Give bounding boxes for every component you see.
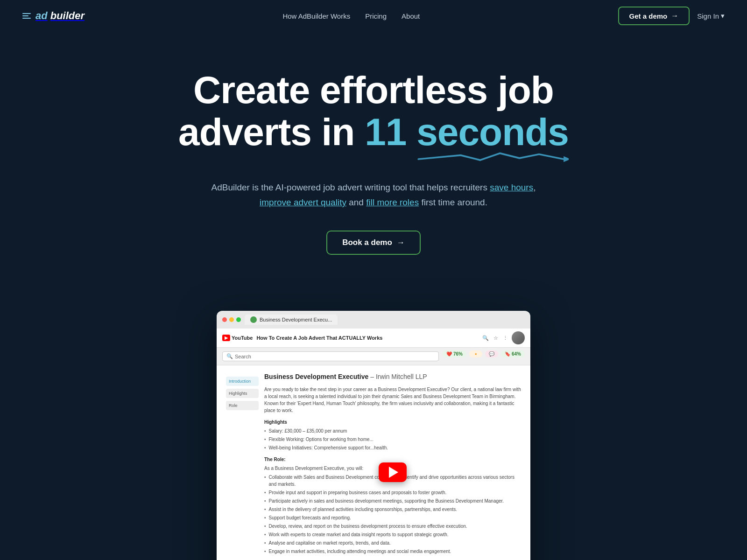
yt-header: ▶ YouTube How To Create A Job Advert Tha… — [217, 329, 530, 348]
youtube-logo-icon: ▶ — [222, 335, 230, 341]
book-demo-button[interactable]: Book a demo → — [326, 231, 421, 255]
search-placeholder-text: Search — [235, 354, 251, 359]
logo-text-ad: ad — [35, 10, 48, 22]
doc-title: Business Development Executive – Irwin M… — [264, 373, 521, 380]
nav-links: How AdBuilder Works Pricing About — [282, 12, 420, 20]
subtitle-link-advert-quality[interactable]: improve advert quality — [260, 197, 346, 207]
role-bullet-item: Assist in the delivery of planned activi… — [264, 506, 521, 513]
search-icon: 🔍 — [226, 353, 233, 359]
role-bullet-item: Participate actively in sales and busine… — [264, 497, 521, 504]
youtube-logo: ▶ YouTube — [222, 335, 253, 341]
navbar: adbuilder How AdBuilder Works Pricing Ab… — [0, 0, 747, 32]
hero-title-seconds: seconds — [416, 111, 569, 163]
minimize-dot — [229, 317, 234, 322]
role-bullet-item: Work with experts to create market and d… — [264, 531, 521, 538]
score-badge-green: ❤️ 76% — [443, 350, 466, 357]
yt-toolbar-icons: 🔍 ☆ ⋮ — [482, 335, 508, 341]
browser-chrome: Business Development Execu... — [217, 311, 530, 329]
user-avatar — [512, 331, 525, 344]
doc-intro-section: Are you ready to take the next step in y… — [264, 386, 521, 414]
subtitle-end: first time around. — [419, 197, 487, 207]
get-demo-label: Get a demo — [629, 12, 668, 20]
role-bullet-item: Develop, review, and report on the busin… — [264, 523, 521, 530]
doc-title-company: – Irwin Mitchell LLP — [370, 373, 427, 380]
yt-more-icon[interactable]: ⋮ — [503, 335, 508, 341]
youtube-play-overlay[interactable] — [379, 462, 407, 482]
yt-video-title: How To Create A Job Advert That ACTUALLY… — [256, 335, 479, 341]
doc-highlights-title: Highlights — [264, 419, 521, 426]
tab-label: Business Development Execu... — [260, 317, 332, 322]
logo-icon — [22, 13, 31, 19]
role-bullet-item: Provide input and support in preparing b… — [264, 489, 521, 496]
subtitle-link-save-hours[interactable]: save hours — [490, 182, 533, 192]
youtube-play-button[interactable] — [379, 462, 407, 482]
doc-main-content: Business Development Executive – Irwin M… — [264, 373, 521, 560]
get-demo-button[interactable]: Get a demo → — [618, 7, 690, 25]
highlight-wellbeing: Well-being Initiatives: Comprehensive su… — [264, 444, 521, 451]
doc-highlights-section: Highlights Salary: £30,000 – £35,000 per… — [264, 419, 521, 451]
score-badge-3: 🔖 64% — [501, 350, 525, 357]
score-badge-2: 💬 — [485, 350, 498, 357]
browser-tab[interactable]: Business Development Execu... — [245, 315, 338, 325]
role-bullet-item: Support budget forecasts and reporting. — [264, 514, 521, 521]
maximize-dot — [236, 317, 241, 322]
hero-title-number: 11 — [365, 111, 406, 153]
subtitle-and: and — [346, 197, 366, 207]
highlight-flexible: Flexible Working: Options for working fr… — [264, 436, 521, 443]
video-wrapper: Business Development Execu... ▶ YouTube … — [205, 311, 542, 560]
scores-row: ❤️ 76% 🔸 💬 🔖 64% — [443, 350, 525, 357]
role-bullet-item: Engage in market activities, including a… — [264, 548, 521, 555]
book-demo-label: Book a demo — [342, 238, 392, 247]
arrow-icon: → — [671, 12, 678, 20]
yt-star-icon[interactable]: ☆ — [493, 335, 498, 341]
nav-right: Get a demo → Sign In ▾ — [618, 7, 725, 25]
subtitle-link-fill-roles[interactable]: fill more roles — [366, 197, 419, 207]
hero-title: Create effortless job adverts in 11 seco… — [139, 69, 608, 163]
nav-about[interactable]: About — [402, 12, 420, 20]
doc-title-main: Business Development Executive — [264, 373, 368, 380]
nav-how-it-works[interactable]: How AdBuilder Works — [282, 12, 350, 20]
sign-in-button[interactable]: Sign In ▾ — [697, 12, 725, 20]
hero-section: Create effortless job adverts in 11 seco… — [117, 32, 630, 283]
chevron-down-icon: ▾ — [721, 12, 725, 20]
doc-search-bar[interactable]: 🔍 Search — [222, 351, 439, 361]
play-triangle-icon — [389, 467, 398, 478]
book-demo-arrow-icon: → — [397, 238, 405, 247]
subtitle-main-text: AdBuilder is the AI-powered job advert w… — [211, 182, 490, 192]
logo-text-builder: builder — [50, 10, 85, 22]
sidebar-highlights[interactable]: Highlights — [226, 389, 259, 398]
doc-sidebar: Introduction Highlights Role — [226, 373, 259, 560]
sign-in-label: Sign In — [697, 12, 719, 20]
yt-search-icon[interactable]: 🔍 — [482, 335, 489, 341]
highlight-salary: Salary: £30,000 – £35,000 per annum — [264, 427, 521, 434]
hero-subtitle: AdBuilder is the AI-powered job advert w… — [205, 180, 542, 210]
svg-marker-0 — [564, 156, 569, 162]
nav-pricing[interactable]: Pricing — [365, 12, 387, 20]
subtitle-comma: , — [533, 182, 536, 192]
sidebar-intro[interactable]: Introduction — [226, 377, 259, 386]
video-doc: Introduction Highlights Role Business De… — [217, 365, 530, 560]
doc-intro-text: Are you ready to take the next step in y… — [264, 386, 521, 414]
hero-title-line2-prefix: adverts in — [178, 111, 365, 153]
video-doc-area: 🔍 Search ❤️ 76% 🔸 💬 🔖 64% Introduction H… — [217, 348, 530, 560]
close-dot — [222, 317, 227, 322]
logo[interactable]: adbuilder — [22, 10, 85, 22]
sidebar-role[interactable]: Role — [226, 401, 259, 410]
youtube-brand: YouTube — [232, 335, 253, 341]
score-badge-1: 🔸 — [469, 350, 482, 357]
role-bullet-item: Analyse and capitalise on market reports… — [264, 539, 521, 546]
role-bullets-container: Collaborate with Sales and Business Deve… — [264, 474, 521, 555]
tab-favicon — [250, 316, 257, 323]
doc-toolbar: 🔍 Search ❤️ 76% 🔸 💬 🔖 64% — [217, 348, 530, 365]
browser-dots — [222, 317, 241, 322]
video-container: Business Development Execu... ▶ YouTube … — [217, 311, 530, 560]
hero-title-line1: Create effortless job — [193, 69, 554, 111]
